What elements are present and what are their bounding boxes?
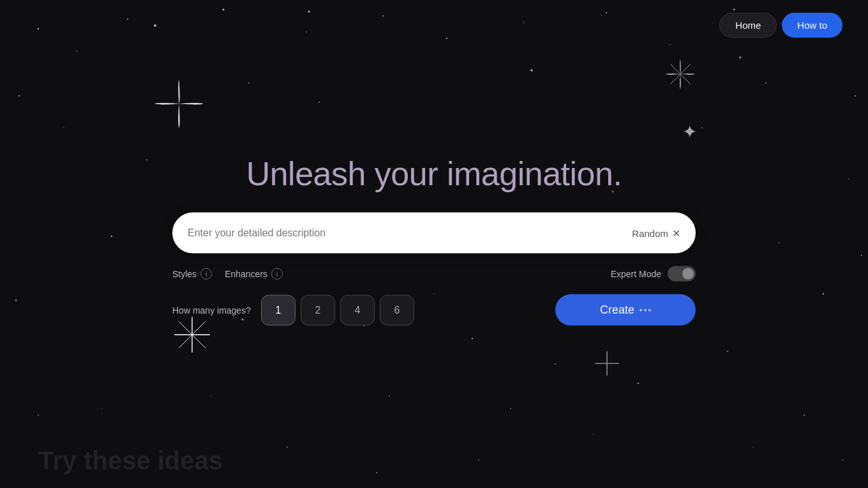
svg-point-39 [752,446,754,448]
random-label: Random [632,227,668,238]
dot-1 [640,309,642,311]
page-title: Unleash your imagination. [172,156,696,192]
svg-point-40 [804,415,805,416]
image-count-label: How many images? [172,305,251,315]
main-content: Unleash your imagination. Random ✕ Style… [172,156,696,326]
expert-mode-toggle-group: Expert Mode [611,266,696,282]
try-ideas-label: Try these ideas [38,446,223,475]
count-btn-6[interactable]: 6 [380,294,414,325]
svg-point-6 [446,38,447,39]
toggle-knob [682,268,694,280]
styles-option[interactable]: Styles i [172,268,212,280]
svg-point-31 [848,178,849,179]
svg-point-44 [210,395,211,397]
home-button[interactable]: Home [719,13,777,38]
svg-point-24 [555,363,556,365]
svg-point-4 [306,31,307,33]
svg-point-29 [778,242,779,243]
svg-point-20 [389,395,390,397]
howto-button[interactable]: How to [782,13,842,38]
svg-point-35 [101,408,103,409]
styles-label: Styles [172,269,197,279]
create-button[interactable]: Create [555,294,696,326]
svg-point-52 [530,69,532,71]
svg-point-5 [382,15,384,17]
styles-info-icon[interactable]: i [200,268,212,280]
svg-point-23 [510,408,511,409]
enhancers-label: Enhancers [225,269,267,279]
deco-star-4pt-large [152,77,206,131]
try-ideas-section: Try these ideas [38,446,223,475]
svg-point-49 [765,82,767,84]
svg-point-33 [38,415,39,416]
random-button[interactable]: Random ✕ [632,227,680,239]
svg-point-53 [740,57,742,59]
expert-mode-label: Expert Mode [611,269,661,279]
svg-point-0 [38,28,39,29]
svg-point-10 [733,9,735,11]
deco-plus-cross [594,350,620,377]
svg-point-22 [472,338,473,339]
svg-point-50 [154,24,156,27]
count-buttons: 1 2 4 6 [261,294,414,325]
deco-plus-right: ✦ [682,121,697,142]
bottom-row: How many images? 1 2 4 6 Create [172,294,696,326]
prompt-bar: Random ✕ [172,213,696,254]
svg-point-25 [593,434,594,434]
svg-point-55 [638,383,640,385]
svg-line-56 [670,64,690,84]
svg-point-12 [19,95,20,96]
svg-point-30 [823,293,824,294]
svg-point-48 [701,127,703,128]
svg-point-32 [855,95,856,96]
svg-point-3 [223,9,225,11]
svg-point-36 [287,446,288,448]
enhancers-info-icon[interactable]: i [271,268,283,280]
options-row: Styles i Enhancers i Expert Mode [172,266,696,282]
deco-star-4pt-small [664,57,697,91]
count-btn-4[interactable]: 4 [340,294,375,325]
create-label: Create [600,303,634,317]
svg-point-1 [76,50,77,52]
create-btn-dots [640,309,651,311]
svg-point-38 [478,459,479,461]
svg-point-41 [842,459,843,461]
svg-line-57 [670,64,690,84]
svg-point-9 [670,44,671,45]
dot-2 [644,309,647,311]
svg-point-45 [318,102,320,103]
svg-point-28 [727,351,728,352]
svg-point-14 [111,236,112,237]
count-btn-2[interactable]: 2 [301,294,335,325]
svg-point-16 [248,82,250,84]
svg-point-13 [63,127,64,128]
svg-point-15 [146,159,147,160]
svg-point-51 [308,11,310,13]
svg-point-43 [861,255,862,256]
svg-point-8 [606,12,607,13]
count-btn-1[interactable]: 1 [261,294,296,325]
expert-mode-toggle[interactable] [668,266,696,282]
dot-3 [648,309,651,311]
svg-point-2 [127,19,128,20]
svg-point-7 [523,22,524,23]
shuffle-icon: ✕ [672,227,680,239]
svg-point-42 [15,300,17,301]
enhancers-option[interactable]: Enhancers i [225,268,283,280]
svg-point-37 [376,472,377,473]
prompt-input[interactable] [188,227,632,239]
navigation: Home How to [719,13,842,38]
